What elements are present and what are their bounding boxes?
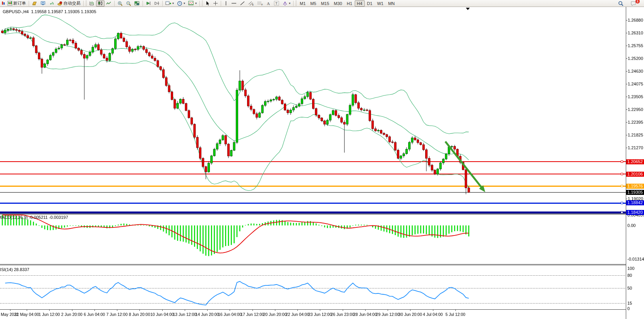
toolbar-grip [295,1,297,6]
dropdown-caret: ▾ [172,2,174,5]
rsi-axis-label: 100 [627,266,634,271]
cursor-tool-button[interactable] [204,0,211,7]
time-tick-mark [72,309,72,311]
periods-dropdown[interactable]: ▾ [175,0,187,7]
text-label-tool[interactable]: T [272,0,281,7]
toolbar-separator [221,1,221,6]
timeframe-button-m30[interactable]: M30 [331,0,344,7]
tile-windows-icon [134,1,140,6]
terminal-icon [40,1,46,6]
price-line-badge-1.19576: 1.19576 [626,184,644,189]
search-button[interactable] [617,0,625,7]
time-axis-label: 31 May 04:00 [14,312,39,317]
toolbar-separator [293,1,294,6]
vertical-line-tool[interactable] [222,0,230,7]
timeframe-button-mn[interactable]: MN [386,0,397,7]
profiles-button[interactable] [30,0,39,7]
time-tick-mark [320,309,320,311]
rsi-axis-label: 0 [627,306,630,311]
text-tool[interactable]: A [264,0,272,7]
price-line-badge-1.20106: 1.20106 [626,172,644,177]
chat-unread-badge: 1 [635,0,640,3]
time-tick-mark [252,309,253,311]
time-tick-mark [49,309,50,311]
autoscroll-button[interactable] [144,0,153,7]
fibonacci-tool[interactable]: F [256,0,264,7]
clock-icon [177,1,182,6]
horizontal-line-icon [231,1,237,6]
macd-signal-value: -0.003197 [49,215,68,220]
text-label-icon: T [274,1,279,6]
time-axis-label: 28 Jun 04:00 [354,312,377,317]
price-tick-label: 1.26880 [628,18,643,22]
price-tick-label: 1.21825 [628,133,643,137]
price-tick-label: 1.23505 [628,94,643,99]
price-chart-canvas[interactable] [0,0,644,319]
line-chart-button[interactable] [105,0,113,7]
time-axis-label: 7 Jun 12:00 [106,312,128,317]
time-axis-label: 30 Jun 20:00 [398,312,422,317]
rsi-indicator-label: RSI(14) 28.8337 [0,267,29,272]
new-order-button[interactable]: 新订单 [6,0,27,7]
time-tick-mark [455,309,456,311]
time-axis-label: 13 Jun 12:00 [173,312,196,317]
timeframe-button-m5[interactable]: M5 [308,0,318,7]
price-tick-mark [626,97,627,97]
price-tick-label: 1.25200 [628,56,643,61]
svg-text:T: T [275,2,278,5]
timeframe-button-h1[interactable]: H1 [344,0,354,7]
chat-button[interactable]: 1 [629,0,638,7]
timeframe-button-m1[interactable]: M1 [297,0,308,7]
time-axis-label: 26 Jun 23:00 [331,312,354,317]
rsi-axis-label: 15 [627,301,632,305]
arrows-tool-dropdown[interactable]: ▾ [281,0,292,7]
crosshair-tool-button[interactable] [211,0,220,7]
terminals-button[interactable] [39,0,47,7]
time-tick-mark [162,309,163,311]
timeframe-button-w1[interactable]: W1 [375,0,386,7]
candlestick-chart-button[interactable] [96,0,105,7]
price-tick-mark [626,122,627,123]
tile-windows-button[interactable] [133,0,141,7]
toolbar-grip [202,1,203,6]
price-tick-label: 1.22950 [628,107,643,112]
equidistant-channel-tool[interactable]: E [247,0,256,7]
indicators-dropdown[interactable]: ▾ [187,0,198,7]
bar-chart-button[interactable] [88,0,96,7]
rsi-name: RSI(14) [0,267,13,272]
horizontal-line-tool[interactable] [230,0,238,7]
charts-bar-button[interactable] [1,0,6,7]
svg-text:A: A [267,1,270,6]
panel-separator-main-macd[interactable] [0,213,626,214]
time-tick-mark [343,309,343,311]
toolbar-right-tools: 1 [617,0,644,7]
time-axis-label: 20 Jun 20:00 [263,312,287,317]
timeframe-button-d1[interactable]: D1 [365,0,375,7]
panel-separator-macd-rsi[interactable] [0,264,626,264]
time-tick-mark [185,309,185,311]
chart-end-marker[interactable] [466,8,470,10]
zoom-in-icon [117,1,123,6]
autotrading-label: 自动交易 [64,0,81,6]
rsi-axis-label: 80 [627,273,632,278]
new-chart-dropdown[interactable]: ▾ [164,0,175,7]
price-line-badge-1.19305: 1.19305 [626,190,644,195]
time-axis-label: 16 Jun 04:00 [218,312,242,317]
time-axis-label: 10 Jun 04:00 [150,312,174,317]
time-axis-label: 4 Jul 04:00 [423,312,443,317]
timeframe-button-h4[interactable]: H4 [355,0,365,7]
zoom-in-button[interactable] [116,0,124,7]
time-axis-label: 17 Jun 12:00 [240,312,264,317]
zoom-out-button[interactable] [124,0,133,7]
autotrading-button[interactable]: 自动交易 [56,0,82,7]
timeframe-button-m15[interactable]: M15 [319,0,331,7]
toolbar-separator [29,1,29,6]
timeframe-toolbar: M1M5M15M30H1H4D1W1MN [297,0,397,7]
toolbar: 新订单 自动交易 [0,0,644,7]
bar-chart-icon [89,1,94,6]
trendline-tool[interactable] [238,0,247,7]
chart-shift-button[interactable] [153,0,161,7]
time-tick-mark [139,309,140,311]
indicators-icon [188,1,194,6]
signals-button[interactable] [47,0,56,7]
